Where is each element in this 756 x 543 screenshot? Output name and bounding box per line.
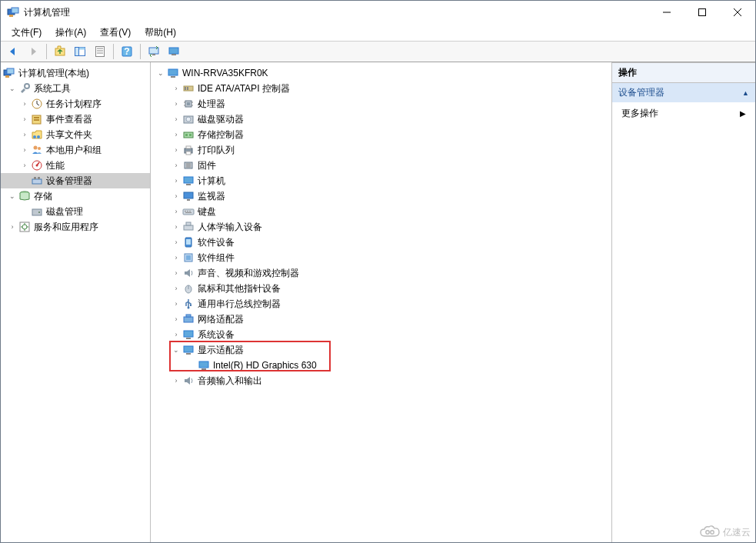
expand-icon[interactable]: › (171, 268, 182, 278)
maximize-button[interactable] (684, 1, 720, 24)
tree-shared-folders[interactable]: › 共享文件夹 (1, 127, 150, 142)
device-firmware[interactable]: ›固件 (151, 158, 611, 173)
tree-root-computer-management[interactable]: 计算机管理(本地) (1, 65, 150, 81)
menu-view[interactable]: 查看(V) (94, 25, 137, 41)
close-button[interactable] (720, 1, 755, 24)
tree-label: 任务计划程序 (46, 98, 106, 111)
scan-hardware-button[interactable] (145, 42, 163, 61)
expand-icon[interactable]: › (171, 314, 182, 325)
device-computer-category[interactable]: ›计算机 (151, 173, 611, 188)
expand-icon[interactable]: › (19, 114, 30, 125)
device-usb[interactable]: ›通用串行总线控制器 (151, 296, 611, 311)
window-title: 计算机管理 (24, 6, 649, 19)
svg-rect-60 (186, 146, 191, 148)
device-ide-ata[interactable]: ›IDE ATA/ATAPI 控制器 (151, 81, 611, 96)
expand-icon[interactable]: › (171, 83, 182, 94)
device-processor[interactable]: ›处理器 (151, 96, 611, 112)
svg-rect-61 (186, 152, 191, 155)
expand-icon[interactable]: › (171, 222, 182, 232)
shared-folder-icon (31, 128, 43, 141)
svg-rect-75 (184, 225, 193, 230)
minimize-button[interactable] (649, 1, 684, 24)
device-audio-io[interactable]: ›音频输入和输出 (151, 373, 611, 388)
expand-icon[interactable]: › (171, 237, 182, 248)
device-keyboard[interactable]: ›键盘 (151, 204, 611, 219)
expand-icon[interactable]: › (171, 283, 182, 294)
show-hide-tree-button[interactable] (71, 42, 89, 61)
expand-icon[interactable]: › (19, 160, 30, 171)
device-monitor[interactable]: ›监视器 (151, 188, 611, 204)
expand-icon[interactable]: › (171, 98, 182, 109)
svg-rect-37 (38, 177, 40, 179)
toolbar-separator-2 (113, 44, 114, 59)
device-label: 音频输入和输出 (198, 375, 267, 388)
monitor-button[interactable] (165, 42, 183, 61)
actions-pane: 操作 设备管理器 ▲ 更多操作 ▶ (612, 62, 755, 542)
device-gpu-intel[interactable]: ›Intel(R) HD Graphics 630 (151, 358, 611, 373)
expand-icon[interactable]: ⌄ (7, 83, 18, 94)
forward-button[interactable] (24, 42, 42, 61)
device-display-adapter[interactable]: ⌄显示适配器 (151, 342, 611, 358)
svg-rect-23 (5, 75, 9, 78)
device-software-component[interactable]: ›软件组件 (151, 250, 611, 265)
tree-system-tools[interactable]: ⌄ 系统工具 (1, 81, 150, 96)
expand-icon[interactable]: › (171, 129, 182, 140)
expand-icon[interactable]: › (19, 145, 30, 155)
expand-icon[interactable]: › (171, 375, 182, 386)
up-button[interactable] (51, 42, 69, 61)
help-button[interactable]: ? (118, 42, 136, 61)
tree-disk-management[interactable]: › 磁盘管理 (1, 204, 150, 219)
expand-icon[interactable]: › (19, 98, 30, 109)
menu-help[interactable]: 帮助(H) (138, 25, 182, 41)
menu-action[interactable]: 操作(A) (49, 25, 92, 41)
cpu-icon (182, 98, 195, 110)
expand-icon[interactable]: › (19, 129, 30, 140)
tree-task-scheduler[interactable]: › 任务计划程序 (1, 96, 150, 112)
action-more-actions[interactable]: 更多操作 ▶ (612, 102, 755, 125)
expand-icon[interactable]: › (171, 329, 182, 340)
svg-rect-57 (185, 134, 188, 136)
tree-services-apps[interactable]: › 服务和应用程序 (1, 219, 150, 235)
properties-button[interactable] (91, 42, 109, 61)
expand-icon[interactable]: ⌄ (171, 345, 182, 355)
expand-icon[interactable]: › (171, 114, 182, 125)
device-mouse[interactable]: ›鼠标和其他指针设备 (151, 281, 611, 296)
device-print-queue[interactable]: ›打印队列 (151, 142, 611, 158)
console-tree-pane: 计算机管理(本地) ⌄ 系统工具 › 任务计划程序 › 事件查看器 › 共享文件… (1, 62, 151, 542)
svg-rect-78 (186, 239, 191, 245)
device-network-adapter[interactable]: ›网络适配器 (151, 311, 611, 327)
svg-rect-22 (7, 68, 14, 74)
device-computer-root[interactable]: ⌄ WIN-RRVA35KFR0K (151, 65, 611, 81)
actions-section-title[interactable]: 设备管理器 ▲ (612, 83, 755, 102)
tree-storage[interactable]: ⌄ 存储 (1, 188, 150, 204)
svg-point-83 (188, 307, 190, 309)
expand-icon[interactable]: › (171, 252, 182, 263)
device-label: 磁盘驱动器 (198, 113, 248, 126)
device-software-device[interactable]: ›软件设备 (151, 235, 611, 250)
device-sound[interactable]: ›声音、视频和游戏控制器 (151, 265, 611, 281)
users-icon (31, 144, 43, 156)
expand-icon[interactable]: › (171, 298, 182, 309)
expand-icon[interactable]: › (171, 191, 182, 202)
menu-file[interactable]: 文件(F) (5, 25, 48, 41)
expand-icon[interactable]: › (171, 160, 182, 171)
display-adapter-icon (182, 344, 195, 356)
expand-icon[interactable]: › (171, 175, 182, 186)
device-hid[interactable]: ›人体学输入设备 (151, 219, 611, 235)
svg-rect-44 (171, 76, 175, 78)
expand-icon[interactable]: ⌄ (155, 68, 166, 78)
back-button[interactable] (4, 42, 22, 61)
tree-local-users[interactable]: › 本地用户和组 (1, 142, 150, 158)
tree-performance[interactable]: › 性能 (1, 158, 150, 173)
device-disk-drive[interactable]: ›磁盘驱动器 (151, 112, 611, 127)
device-system-device[interactable]: ›系统设备 (151, 327, 611, 342)
device-storage-controller[interactable]: ›存储控制器 (151, 127, 611, 142)
expand-icon[interactable]: › (171, 145, 182, 155)
expand-icon[interactable]: › (7, 222, 18, 232)
device-label: 处理器 (198, 98, 230, 111)
expand-icon[interactable]: › (171, 206, 182, 217)
tree-device-manager[interactable]: › 设备管理器 (1, 173, 150, 188)
system-device-icon (182, 328, 195, 341)
tree-event-viewer[interactable]: › 事件查看器 (1, 112, 150, 127)
expand-icon[interactable]: ⌄ (7, 191, 18, 202)
